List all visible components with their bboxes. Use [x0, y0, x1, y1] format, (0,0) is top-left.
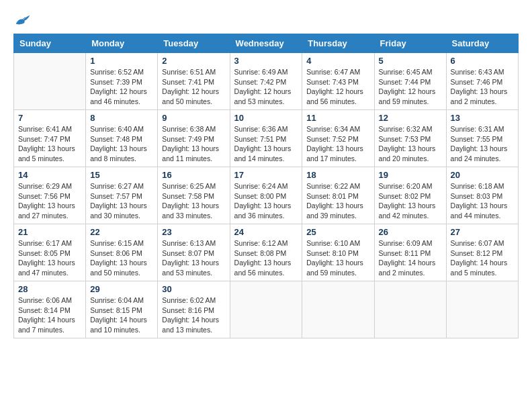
cell-info: Sunrise: 6:09 AMSunset: 8:11 PMDaylight:… — [379, 238, 442, 278]
calendar-cell: 10Sunrise: 6:36 AMSunset: 7:51 PMDayligh… — [230, 110, 302, 167]
date-number: 6 — [451, 56, 514, 66]
cell-info: Sunrise: 6:32 AMSunset: 7:53 PMDaylight:… — [379, 124, 442, 164]
cell-info: Sunrise: 6:47 AMSunset: 7:43 PMDaylight:… — [306, 67, 369, 107]
cell-info: Sunrise: 6:24 AMSunset: 8:00 PMDaylight:… — [234, 181, 298, 221]
calendar-cell: 4Sunrise: 6:47 AMSunset: 7:43 PMDaylight… — [302, 53, 374, 110]
logo-bird-icon — [15, 13, 31, 27]
cell-info: Sunrise: 6:31 AMSunset: 7:55 PMDaylight:… — [451, 124, 514, 164]
cell-info: Sunrise: 6:10 AMSunset: 8:10 PMDaylight:… — [306, 238, 369, 278]
cell-info: Sunrise: 6:45 AMSunset: 7:44 PMDaylight:… — [379, 67, 442, 107]
date-number: 4 — [306, 56, 369, 66]
calendar-cell: 21Sunrise: 6:17 AMSunset: 8:05 PMDayligh… — [14, 224, 86, 281]
cell-info: Sunrise: 6:06 AMSunset: 8:14 PMDaylight:… — [18, 295, 81, 335]
cell-info: Sunrise: 6:29 AMSunset: 7:56 PMDaylight:… — [18, 181, 81, 221]
date-number: 7 — [18, 113, 81, 123]
date-number: 24 — [234, 227, 298, 237]
cell-info: Sunrise: 6:12 AMSunset: 8:08 PMDaylight:… — [234, 238, 298, 278]
calendar-cell: 18Sunrise: 6:22 AMSunset: 8:01 PMDayligh… — [302, 167, 374, 224]
calendar-cell: 7Sunrise: 6:41 AMSunset: 7:47 PMDaylight… — [14, 110, 86, 167]
date-number: 23 — [162, 227, 225, 237]
cell-info: Sunrise: 6:40 AMSunset: 7:48 PMDaylight:… — [90, 124, 153, 164]
calendar-cell — [230, 281, 302, 338]
date-number: 10 — [234, 113, 298, 123]
cell-info: Sunrise: 6:43 AMSunset: 7:46 PMDaylight:… — [451, 67, 514, 107]
calendar-cell: 14Sunrise: 6:29 AMSunset: 7:56 PMDayligh… — [14, 167, 86, 224]
cell-info: Sunrise: 6:27 AMSunset: 7:57 PMDaylight:… — [90, 181, 153, 221]
cell-info: Sunrise: 6:49 AMSunset: 7:42 PMDaylight:… — [234, 67, 298, 107]
cell-info: Sunrise: 6:04 AMSunset: 8:15 PMDaylight:… — [90, 295, 153, 335]
cell-info: Sunrise: 6:18 AMSunset: 8:03 PMDaylight:… — [451, 181, 514, 221]
date-number: 27 — [451, 227, 514, 237]
date-number: 19 — [379, 170, 442, 180]
date-number: 29 — [90, 284, 153, 294]
date-number: 13 — [451, 113, 514, 123]
date-number: 17 — [234, 170, 298, 180]
day-header-friday: Friday — [374, 34, 446, 53]
cell-info: Sunrise: 6:36 AMSunset: 7:51 PMDaylight:… — [234, 124, 298, 164]
day-header-wednesday: Wednesday — [230, 34, 302, 53]
cell-info: Sunrise: 6:20 AMSunset: 8:02 PMDaylight:… — [379, 181, 442, 221]
cell-info: Sunrise: 6:52 AMSunset: 7:39 PMDaylight:… — [90, 67, 153, 107]
date-number: 28 — [18, 284, 81, 294]
calendar-cell: 13Sunrise: 6:31 AMSunset: 7:55 PMDayligh… — [446, 110, 518, 167]
cell-info: Sunrise: 6:22 AMSunset: 8:01 PMDaylight:… — [306, 181, 369, 221]
calendar-cell: 27Sunrise: 6:07 AMSunset: 8:12 PMDayligh… — [446, 224, 518, 281]
date-number: 2 — [162, 56, 225, 66]
date-number: 5 — [379, 56, 442, 66]
calendar-cell: 29Sunrise: 6:04 AMSunset: 8:15 PMDayligh… — [86, 281, 158, 338]
cell-info: Sunrise: 6:41 AMSunset: 7:47 PMDaylight:… — [18, 124, 81, 164]
week-row-5: 28Sunrise: 6:06 AMSunset: 8:14 PMDayligh… — [14, 281, 519, 338]
date-number: 1 — [90, 56, 153, 66]
cell-info: Sunrise: 6:07 AMSunset: 8:12 PMDaylight:… — [451, 238, 514, 278]
date-number: 11 — [306, 113, 369, 123]
cell-info: Sunrise: 6:34 AMSunset: 7:52 PMDaylight:… — [306, 124, 369, 164]
calendar-cell: 25Sunrise: 6:10 AMSunset: 8:10 PMDayligh… — [302, 224, 374, 281]
date-number: 9 — [162, 113, 225, 123]
cell-info: Sunrise: 6:38 AMSunset: 7:49 PMDaylight:… — [162, 124, 225, 164]
date-number: 3 — [234, 56, 298, 66]
date-number: 12 — [379, 113, 442, 123]
week-row-2: 7Sunrise: 6:41 AMSunset: 7:47 PMDaylight… — [14, 110, 519, 167]
calendar-cell — [302, 281, 374, 338]
day-header-sunday: Sunday — [14, 34, 86, 53]
calendar-cell: 6Sunrise: 6:43 AMSunset: 7:46 PMDaylight… — [446, 53, 518, 110]
day-header-saturday: Saturday — [446, 34, 518, 53]
cell-info: Sunrise: 6:15 AMSunset: 8:06 PMDaylight:… — [90, 238, 153, 278]
date-number: 21 — [18, 227, 81, 237]
day-header-monday: Monday — [86, 34, 158, 53]
date-number: 25 — [306, 227, 369, 237]
calendar-cell — [374, 281, 446, 338]
day-header-thursday: Thursday — [302, 34, 374, 53]
date-number: 16 — [162, 170, 225, 180]
calendar-cell: 20Sunrise: 6:18 AMSunset: 8:03 PMDayligh… — [446, 167, 518, 224]
date-number: 8 — [90, 113, 153, 123]
cell-info: Sunrise: 6:51 AMSunset: 7:41 PMDaylight:… — [162, 67, 225, 107]
calendar-cell: 2Sunrise: 6:51 AMSunset: 7:41 PMDaylight… — [158, 53, 230, 110]
calendar-cell: 11Sunrise: 6:34 AMSunset: 7:52 PMDayligh… — [302, 110, 374, 167]
week-row-1: 1Sunrise: 6:52 AMSunset: 7:39 PMDaylight… — [14, 53, 519, 110]
date-number: 14 — [18, 170, 81, 180]
calendar-table: SundayMondayTuesdayWednesdayThursdayFrid… — [13, 34, 519, 338]
calendar-cell — [446, 281, 518, 338]
calendar-cell: 19Sunrise: 6:20 AMSunset: 8:02 PMDayligh… — [374, 167, 446, 224]
calendar-cell: 28Sunrise: 6:06 AMSunset: 8:14 PMDayligh… — [14, 281, 86, 338]
date-number: 26 — [379, 227, 442, 237]
calendar-cell: 12Sunrise: 6:32 AMSunset: 7:53 PMDayligh… — [374, 110, 446, 167]
calendar-cell: 30Sunrise: 6:02 AMSunset: 8:16 PMDayligh… — [158, 281, 230, 338]
date-number: 15 — [90, 170, 153, 180]
week-row-4: 21Sunrise: 6:17 AMSunset: 8:05 PMDayligh… — [14, 224, 519, 281]
date-number: 20 — [451, 170, 514, 180]
calendar-cell: 24Sunrise: 6:12 AMSunset: 8:08 PMDayligh… — [230, 224, 302, 281]
calendar-cell: 17Sunrise: 6:24 AMSunset: 8:00 PMDayligh… — [230, 167, 302, 224]
logo — [13, 13, 31, 27]
day-header-tuesday: Tuesday — [158, 34, 230, 53]
calendar-cell: 23Sunrise: 6:13 AMSunset: 8:07 PMDayligh… — [158, 224, 230, 281]
date-number: 22 — [90, 227, 153, 237]
page-header — [13, 13, 519, 27]
week-row-3: 14Sunrise: 6:29 AMSunset: 7:56 PMDayligh… — [14, 167, 519, 224]
cell-info: Sunrise: 6:02 AMSunset: 8:16 PMDaylight:… — [162, 295, 225, 335]
cell-info: Sunrise: 6:13 AMSunset: 8:07 PMDaylight:… — [162, 238, 225, 278]
calendar-cell: 15Sunrise: 6:27 AMSunset: 7:57 PMDayligh… — [86, 167, 158, 224]
calendar-cell: 22Sunrise: 6:15 AMSunset: 8:06 PMDayligh… — [86, 224, 158, 281]
calendar-cell: 8Sunrise: 6:40 AMSunset: 7:48 PMDaylight… — [86, 110, 158, 167]
